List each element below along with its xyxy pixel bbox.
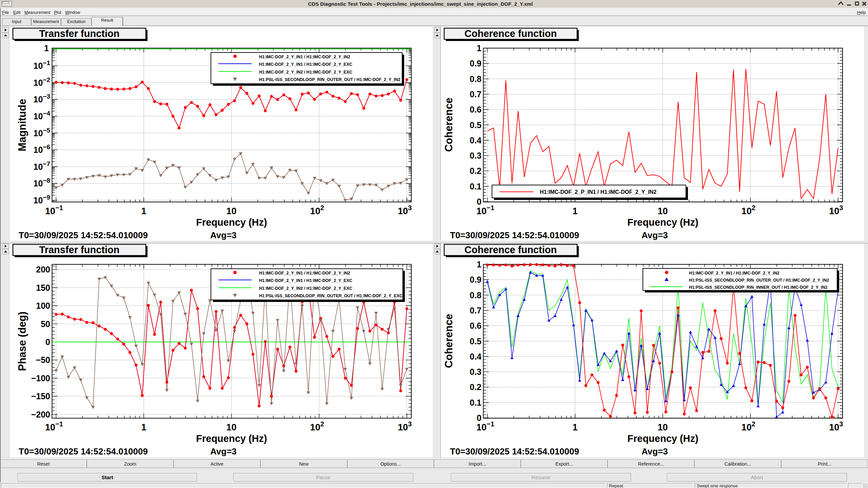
svg-text:0.3: 0.3	[470, 151, 481, 160]
svg-text:Coherence function: Coherence function	[465, 28, 557, 39]
svg-text:H1:IMC-DOF_2_Y_IN1 / H1:IMC-DO: H1:IMC-DOF_2_Y_IN1 / H1:IMC-DOF_2_Y_IN2	[259, 55, 350, 59]
svg-text:100: 100	[36, 301, 50, 310]
svg-text:−150: −150	[31, 391, 50, 401]
svg-text:10: 10	[226, 422, 237, 432]
svg-text:0.7: 0.7	[470, 89, 481, 99]
svg-text:10: 10	[658, 206, 668, 216]
svg-text:−100: −100	[31, 373, 50, 383]
svg-text:0.3: 0.3	[470, 367, 481, 377]
svg-text:Phase (deg): Phase (deg)	[16, 311, 28, 371]
svg-text:1: 1	[141, 206, 146, 216]
svg-text:Frequency (Hz): Frequency (Hz)	[196, 217, 267, 228]
svg-text:1: 1	[141, 422, 146, 432]
svg-text:Avg=3: Avg=3	[210, 230, 237, 240]
svg-text:H1:IMC-DOF_2_Y_IN1 / H1:IMC-DO: H1:IMC-DOF_2_Y_IN1 / H1:IMC-DOF_2_Y_IN2	[689, 271, 780, 276]
svg-text:H1:PSL-ISS_SECONDLOOP_RIN_OUTE: H1:PSL-ISS_SECONDLOOP_RIN_OUTER_OUT / H1…	[259, 77, 400, 82]
svg-text:0.9: 0.9	[470, 275, 481, 284]
svg-text:0.6: 0.6	[470, 321, 481, 330]
svg-text:0: 0	[477, 197, 481, 206]
svg-text:H1:IMC-DOF_2_P_IN1 / H1:IMC-DO: H1:IMC-DOF_2_P_IN1 / H1:IMC-DOF_2_Y_IN2	[540, 189, 656, 195]
svg-text:0.8: 0.8	[470, 290, 481, 300]
svg-text:T0=30/09/2025 14:52:54.010009: T0=30/09/2025 14:52:54.010009	[450, 446, 579, 456]
svg-text:H1:PSL-ISS_SECONDLOOP_RIN_OUTE: H1:PSL-ISS_SECONDLOOP_RIN_OUTER_OUT / H1…	[689, 278, 829, 283]
svg-text:0.5: 0.5	[470, 337, 481, 346]
svg-text:0.2: 0.2	[470, 382, 481, 392]
svg-text:Avg=3: Avg=3	[210, 446, 237, 456]
svg-text:0.7: 0.7	[470, 306, 481, 315]
svg-text:150: 150	[36, 283, 50, 292]
svg-text:10: 10	[226, 206, 237, 216]
svg-text:1: 1	[477, 260, 481, 269]
svg-text:1: 1	[572, 206, 577, 216]
svg-text:Coherence function: Coherence function	[465, 244, 557, 255]
svg-text:0.2: 0.2	[470, 166, 481, 176]
svg-text:0: 0	[45, 337, 50, 347]
svg-text:Coherence: Coherence	[443, 98, 455, 152]
svg-text:0.8: 0.8	[470, 74, 481, 84]
svg-text:1: 1	[572, 422, 577, 432]
svg-text:−50: −50	[36, 355, 50, 365]
svg-text:Magnitude: Magnitude	[16, 99, 28, 151]
svg-text:T0=30/09/2025 14:52:54.010009: T0=30/09/2025 14:52:54.010009	[19, 230, 148, 240]
svg-text:H1:PSL-ISS_SECONDLOOP_RIN_INNE: H1:PSL-ISS_SECONDLOOP_RIN_INNER_OUT / H1…	[689, 285, 827, 290]
svg-text:0.6: 0.6	[470, 105, 481, 114]
svg-text:50: 50	[41, 319, 50, 329]
svg-text:Frequency (Hz): Frequency (Hz)	[196, 433, 267, 444]
svg-text:1: 1	[44, 43, 49, 53]
svg-text:H1:IMC-DOF_2_Y_IN1 / H1:IMC-DO: H1:IMC-DOF_2_Y_IN1 / H1:IMC-DOF_2_Y_IN2	[259, 271, 350, 276]
svg-text:0.5: 0.5	[470, 120, 481, 130]
svg-text:H1:IMC-DOF_2_Y_IN2 / H1:IMC-DO: H1:IMC-DOF_2_Y_IN2 / H1:IMC-DOF_2_Y_EXC	[259, 70, 352, 75]
svg-text:Transfer function: Transfer function	[39, 28, 120, 39]
svg-text:200: 200	[36, 265, 50, 274]
svg-text:Transfer function: Transfer function	[39, 244, 120, 255]
svg-text:H1:IMC-DOF_2_Y_IN1 / H1:IMC-DO: H1:IMC-DOF_2_Y_IN1 / H1:IMC-DOF_2_Y_EXC	[259, 278, 352, 283]
svg-text:0: 0	[477, 413, 481, 423]
svg-text:Frequency (Hz): Frequency (Hz)	[627, 217, 698, 228]
svg-text:10: 10	[658, 422, 668, 432]
svg-text:0.4: 0.4	[470, 352, 481, 361]
svg-text:H1:IMC-DOF_2_Y_IN2 / H1:IMC-DO: H1:IMC-DOF_2_Y_IN2 / H1:IMC-DOF_2_Y_EXC	[259, 286, 352, 291]
svg-text:0.9: 0.9	[470, 59, 481, 68]
svg-text:−200: −200	[31, 410, 50, 419]
svg-text:0.4: 0.4	[470, 136, 481, 145]
svg-text:0.1: 0.1	[470, 182, 481, 191]
svg-text:Frequency (Hz): Frequency (Hz)	[627, 433, 698, 444]
svg-text:Avg=3: Avg=3	[642, 446, 668, 456]
svg-text:Coherence: Coherence	[443, 314, 455, 368]
svg-text:1: 1	[477, 43, 481, 53]
svg-text:H1:PSL-ISS_SECONDLOOP_RIN_OUTE: H1:PSL-ISS_SECONDLOOP_RIN_OUTER_OUT / H1…	[259, 293, 402, 298]
svg-text:H1:IMC-DOF_2_Y_IN1 / H1:IMC-DO: H1:IMC-DOF_2_Y_IN1 / H1:IMC-DOF_2_Y_EXC	[259, 62, 352, 67]
svg-text:Avg=3: Avg=3	[642, 230, 668, 240]
svg-text:T0=30/09/2025 14:52:54.010009: T0=30/09/2025 14:52:54.010009	[19, 446, 148, 456]
svg-text:T0=30/09/2025 14:52:54.010009: T0=30/09/2025 14:52:54.010009	[450, 230, 579, 240]
svg-text:0.1: 0.1	[470, 398, 481, 407]
